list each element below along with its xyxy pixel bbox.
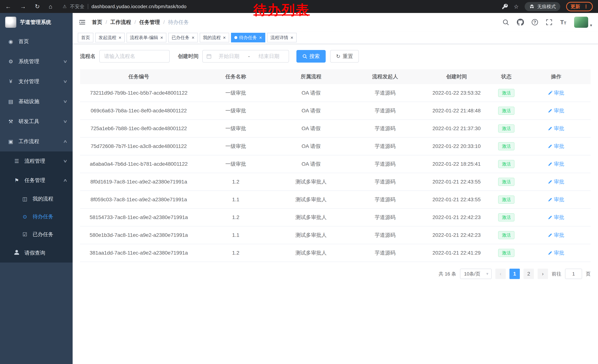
security-label: 不安全: [70, 3, 84, 10]
tab-process-detail[interactable]: 流程详情 ×: [267, 33, 297, 42]
browser-actions: ☆ 无痕模式 更新 ⋮: [502, 2, 593, 11]
sidebar-item-infrastructure[interactable]: ▤ 基础设施 ∨: [0, 91, 73, 112]
tab-start-process[interactable]: 发起流程 ×: [95, 33, 125, 42]
menu-dots-icon[interactable]: ⋮: [583, 4, 588, 9]
sidebar-item-my-process[interactable]: ◫ 我的流程: [0, 190, 73, 208]
close-icon[interactable]: ×: [223, 35, 226, 40]
sidebar-item-payment[interactable]: ¥ 支付管理 ∨: [0, 72, 73, 91]
tab-process-form-edit[interactable]: 流程表单-编辑 ×: [126, 33, 166, 42]
sidebar-item-task-management[interactable]: ⚑ 任务管理 ∧: [0, 171, 73, 190]
back-icon[interactable]: ←: [5, 4, 11, 9]
user-menu[interactable]: ▾: [574, 17, 592, 28]
workflow-submenu: ☰ 流程管理 ∨ ⚑ 任务管理 ∧ ◫ 我的流程 ⊙: [0, 152, 73, 263]
breadcrumb-home[interactable]: 首页: [92, 19, 102, 26]
tab-todo-tasks[interactable]: 待办任务 ×: [231, 33, 265, 42]
todo-task-table: 任务编号 任务名称 所属流程 流程发起人 创建时间 状态 操作 73211d9d…: [80, 69, 590, 262]
eye-icon: ⊙: [22, 214, 28, 220]
navbar-actions: ? TT ▾: [502, 17, 592, 28]
start-date-input[interactable]: 开始日期: [213, 53, 245, 60]
sidebar-item-todo-tasks[interactable]: ⊙ 待办任务: [0, 208, 73, 226]
search-button[interactable]: 搜索: [296, 50, 326, 63]
edit-icon: [548, 91, 552, 95]
app-title: 芋道管理系统: [20, 19, 51, 26]
tab-done-tasks[interactable]: 已办任务 ×: [168, 33, 198, 42]
infrastructure-icon: ▤: [8, 98, 14, 105]
status-badge: 激活: [498, 231, 515, 239]
tab-home[interactable]: 首页: [78, 33, 93, 42]
close-icon[interactable]: ×: [119, 35, 121, 40]
total-count: 共 16 条: [439, 271, 456, 277]
sidebar-item-leave-query[interactable]: 请假查询: [0, 243, 73, 263]
help-icon[interactable]: ?: [532, 19, 538, 25]
prev-page-button[interactable]: ‹: [495, 269, 506, 279]
fullscreen-icon[interactable]: [546, 19, 552, 25]
update-button[interactable]: 更新 ⋮: [566, 2, 593, 11]
page-size-select[interactable]: 10条/页 ▾: [460, 269, 492, 279]
address-bar[interactable]: ⚠ 不安全 dashboard.yudao.iocoder.cn/bpm/tas…: [63, 3, 187, 10]
tab-my-process[interactable]: 我的流程 ×: [200, 33, 229, 42]
approve-link[interactable]: 审批: [548, 249, 564, 256]
devtools-icon: ⚒: [8, 119, 14, 125]
chevron-down-icon: ∨: [63, 99, 68, 104]
edit-icon: [548, 251, 552, 255]
text-size-icon[interactable]: TT: [560, 19, 566, 25]
date-range-picker[interactable]: 开始日期 - 结束日期: [202, 50, 289, 63]
reset-button[interactable]: ↻ 重置: [330, 50, 359, 63]
approve-link[interactable]: 审批: [548, 232, 564, 239]
status-badge: 激活: [498, 107, 515, 115]
chevron-down-icon: ∨: [63, 159, 68, 163]
breadcrumb-workflow[interactable]: 工作流程: [110, 19, 131, 26]
approve-link[interactable]: 审批: [548, 89, 564, 97]
key-icon[interactable]: [502, 4, 508, 9]
chevron-down-icon: ∨: [63, 119, 68, 124]
approve-link[interactable]: 审批: [548, 143, 564, 150]
breadcrumb: 首页 / 工作流程 / 任务管理 / 待办任务: [92, 19, 189, 26]
edit-icon: [548, 144, 552, 148]
sidebar-item-devtools[interactable]: ⚒ 研发工具 ∨: [0, 112, 73, 131]
approve-link[interactable]: 审批: [548, 178, 564, 185]
sidebar-item-done-tasks[interactable]: ☑ 已办任务: [0, 226, 73, 243]
close-icon[interactable]: ×: [259, 35, 262, 40]
edit-icon: [548, 197, 552, 202]
approve-link[interactable]: 审批: [548, 107, 564, 114]
home-icon[interactable]: ⌂: [49, 4, 52, 9]
process-name-input[interactable]: [99, 50, 170, 63]
page-2-button[interactable]: 2: [523, 269, 534, 279]
yen-icon: ¥: [8, 79, 14, 84]
search-icon[interactable]: [502, 19, 509, 25]
approve-link[interactable]: 审批: [548, 161, 564, 168]
table-row: 8f0d1619-7ac8-11ec-a9e2-a2380e71991a 1.2…: [80, 173, 590, 191]
dashboard-icon: ◉: [8, 39, 14, 45]
avatar: [574, 17, 588, 28]
close-icon[interactable]: ×: [291, 35, 293, 40]
bookmark-star-icon[interactable]: ☆: [514, 3, 519, 10]
hamburger-icon[interactable]: [79, 18, 86, 26]
goto-page-input[interactable]: [565, 269, 582, 279]
range-separator: -: [246, 53, 252, 59]
close-icon[interactable]: ×: [191, 35, 194, 40]
header-initiator: 流程发起人: [348, 69, 422, 84]
approve-link[interactable]: 审批: [548, 214, 564, 221]
sidebar-item-process-management[interactable]: ☰ 流程管理 ∨: [0, 152, 73, 171]
breadcrumb-task-management[interactable]: 任务管理: [139, 19, 160, 26]
flag-icon: ⚑: [13, 177, 20, 184]
sidebar-item-home[interactable]: ◉ 首页: [0, 32, 73, 51]
reload-icon[interactable]: ↻: [35, 4, 40, 9]
approve-link[interactable]: 审批: [548, 196, 564, 203]
table-row: 73211d9d-7b9b-11ec-b5b7-acde48001122 一级审…: [80, 84, 590, 102]
end-date-input[interactable]: 结束日期: [253, 53, 285, 60]
incognito-badge[interactable]: 无痕模式: [525, 2, 560, 11]
edit-icon: [548, 126, 552, 131]
chevron-down-icon: ∨: [63, 79, 68, 84]
calendar-icon: [206, 54, 212, 59]
sidebar-item-workflow[interactable]: ▣ 工作流程 ∧: [0, 131, 73, 152]
status-badge: 激活: [498, 249, 515, 257]
approve-link[interactable]: 审批: [548, 125, 564, 132]
page-body: 流程名 创建时间 开始日期 - 结束日期 搜索: [73, 44, 598, 286]
sidebar-item-system[interactable]: ⚙ 系统管理 ∨: [0, 51, 73, 72]
close-icon[interactable]: ×: [160, 35, 163, 40]
next-page-button[interactable]: ›: [538, 269, 548, 279]
forward-icon[interactable]: →: [20, 4, 26, 9]
page-1-button[interactable]: 1: [509, 269, 520, 279]
github-icon[interactable]: [517, 19, 524, 26]
